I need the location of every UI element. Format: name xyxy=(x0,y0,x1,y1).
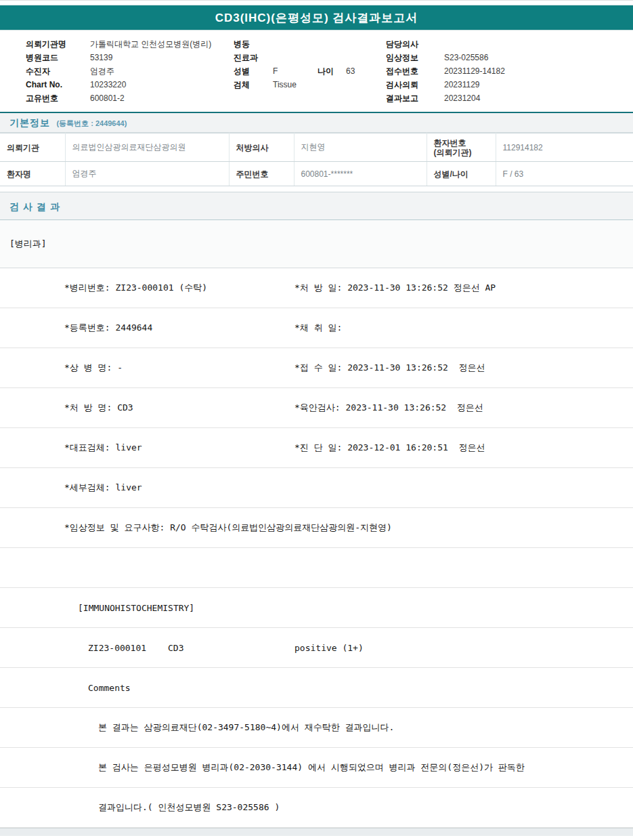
field-value-receipt-no: 20231129-14182 xyxy=(444,66,505,76)
header-column-left: 의뢰기관명가톨릭대학교 인천성모병원(병리) 병원코드53139 수진자엄경주 … xyxy=(26,37,211,105)
cell-value-patient-no: 112914182 xyxy=(496,133,633,162)
field-label-clinical-info: 임상정보 xyxy=(386,51,444,64)
result-detail-row: *병리번호: ZI23-000101 (수탁) *처 방 일: 2023-11-… xyxy=(0,268,633,308)
ihc-test-name: CD3 xyxy=(168,643,183,653)
header-column-middle: 병동 진료과 성별F나이63 검체Tissue xyxy=(234,37,355,91)
order-name: *처 방 명: CD3 xyxy=(64,402,133,414)
header-field: 접수번호20231129-14182 xyxy=(386,64,505,78)
field-value-test-requested: 20231129 xyxy=(444,80,480,89)
cell-value-sex-age: F / 63 xyxy=(496,162,633,186)
basic-info-table: 의뢰기관 의료법인삼광의료재단삼광의원 처방의사 지현영 환자번호 (의뢰기관)… xyxy=(0,133,633,186)
header-field: 의뢰기관명가톨릭대학교 인천성모병원(병리) xyxy=(26,37,211,51)
pathology-no: *병리번호: ZI23-000101 (수탁) xyxy=(64,282,207,294)
results-title: 검 사 결 과 xyxy=(9,201,60,212)
cell-value-prescribing-doctor: 지현영 xyxy=(294,133,427,162)
report-title-bar: CD3(IHC)(은평성모) 검사결과보고서 xyxy=(0,5,633,30)
cell-label-patient-name: 환자명 xyxy=(0,162,65,186)
result-detail-row: *상 병 명: - *접 수 일: 2023-11-30 13:26:52 정은… xyxy=(0,348,633,388)
diagnosis-name: *상 병 명: - xyxy=(64,362,123,374)
result-detail-row-empty xyxy=(0,548,633,588)
field-value-chart-no: 10233220 xyxy=(90,80,126,89)
field-value-unique-no: 600801-2 xyxy=(90,93,125,103)
basic-info-section-header: 기본정보 (등록번호 : 2449644) xyxy=(0,112,633,133)
header-field: 성별F나이63 xyxy=(234,64,355,78)
result-detail-row: *등록번호: 2449644 *채 취 일: xyxy=(0,308,633,348)
result-detail-row: *대표검체: liver *진 단 일: 2023-12-01 16:20:51… xyxy=(0,428,633,468)
header-field: 임상정보S23-025586 xyxy=(386,51,505,64)
field-label-test-requested: 검사의뢰 xyxy=(386,78,444,91)
bottom-strip xyxy=(0,828,633,836)
comment-row: 본 검사는 은평성모병원 병리과(02-2030-3144) 에서 시행되었으며… xyxy=(0,748,633,788)
cell-label-sex-age: 성별/나이 xyxy=(427,162,496,186)
field-value-hospital-code: 53139 xyxy=(90,53,112,62)
field-label-age: 나이 xyxy=(318,64,346,78)
sub-specimen: *세부검체: liver xyxy=(64,482,142,494)
header-field: 병동 xyxy=(234,37,355,51)
comment-row: 본 결과는 삼광의료재단(02-3497-5180~4)에서 재수탁한 결과입니… xyxy=(0,708,633,748)
comments-label: Comments xyxy=(88,683,131,693)
header-field: 담당의사 xyxy=(386,37,505,51)
table-row: 의뢰기관 의료법인삼광의료재단삼광의원 처방의사 지현영 환자번호 (의뢰기관)… xyxy=(0,133,633,162)
header-field: 수진자엄경주 xyxy=(26,64,211,78)
department-row: [병리과] xyxy=(0,220,633,268)
ihc-result-row: ZI23-000101 CD3 positive (1+) xyxy=(0,628,633,668)
header-column-right: 담당의사 임상정보S23-025586 접수번호20231129-14182 검… xyxy=(386,37,505,105)
cell-value-requesting-org: 의료법인삼광의료재단삼광의원 xyxy=(65,133,229,162)
basic-info-registration-no: (등록번호 : 2449644) xyxy=(56,119,127,127)
field-label-requesting-org: 의뢰기관명 xyxy=(26,37,90,51)
result-detail-row: *임상정보 및 요구사항: R/O 수탁검사(의료법인삼광의료재단삼광의원-지현… xyxy=(0,508,633,548)
cell-label-resident-no: 주민번호 xyxy=(229,162,294,186)
report-title: CD3(IHC)(은평성모) 검사결과보고서 xyxy=(215,12,418,24)
field-label-department: 진료과 xyxy=(234,51,273,64)
cell-value-resident-no: 600801-******* xyxy=(294,162,427,186)
cell-value-patient-name: 엄경주 xyxy=(65,162,229,186)
department-label: [병리과] xyxy=(9,238,47,250)
field-label-attending-doctor: 담당의사 xyxy=(386,37,444,51)
field-value-age: 63 xyxy=(346,66,355,76)
table-row: 환자명 엄경주 주민번호 600801-******* 성별/나이 F / 63 xyxy=(0,162,633,186)
clinical-info-request: *임상정보 및 요구사항: R/O 수탁검사(의료법인삼광의료재단삼광의원-지현… xyxy=(64,522,392,534)
field-label-receipt-no: 접수번호 xyxy=(386,64,444,78)
header-field: 결과보고20231204 xyxy=(386,91,505,105)
ihc-test-result: positive (1+) xyxy=(294,643,364,653)
comment-row: 결과입니다.( 인천성모병원 S23-025586 ) xyxy=(0,788,633,828)
registration-no: *등록번호: 2449644 xyxy=(64,322,152,334)
header-field: 검사의뢰20231129 xyxy=(386,78,505,91)
field-label-result-reported: 결과보고 xyxy=(386,91,444,105)
ihc-section-title: [IMMUNOHISTOCHEMISTRY] xyxy=(78,603,194,613)
result-detail-row: *세부검체: liver xyxy=(0,468,633,508)
header-field: 고유번호600801-2 xyxy=(26,91,211,105)
field-value-examinee: 엄경주 xyxy=(90,66,114,76)
basic-info-title: 기본정보 xyxy=(9,117,50,128)
header-field: 병원코드53139 xyxy=(26,51,211,64)
report-page: CD3(IHC)(은평성모) 검사결과보고서 의뢰기관명가톨릭대학교 인천성모병… xyxy=(0,0,633,836)
field-value-result-reported: 20231204 xyxy=(444,93,480,103)
comments-header-row: Comments xyxy=(0,668,633,708)
report-header: 의뢰기관명가톨릭대학교 인천성모병원(병리) 병원코드53139 수진자엄경주 … xyxy=(0,30,633,112)
ihc-header-row: [IMMUNOHISTOCHEMISTRY] xyxy=(0,588,633,628)
field-value-clinical-info: S23-025586 xyxy=(444,53,488,62)
field-label-specimen: 검체 xyxy=(234,78,273,91)
cell-label-patient-no: 환자번호 (의뢰기관) xyxy=(427,133,496,162)
results-section-header: 검 사 결 과 xyxy=(0,192,633,220)
field-value-sex: F xyxy=(273,64,318,78)
field-label-ward: 병동 xyxy=(234,37,273,51)
cell-label-prescribing-doctor: 처방의사 xyxy=(229,133,294,162)
gross-exam-date: *육안검사: 2023-11-30 13:26:52 정은선 xyxy=(294,402,483,414)
cell-label-requesting-org: 의뢰기관 xyxy=(0,133,65,162)
collection-date: *채 취 일: xyxy=(294,322,342,334)
header-field: 검체Tissue xyxy=(234,78,355,91)
field-value-specimen: Tissue xyxy=(273,80,297,89)
receipt-date: *접 수 일: 2023-11-30 13:26:52 정은선 xyxy=(294,362,485,374)
result-detail-row: *처 방 명: CD3 *육안검사: 2023-11-30 13:26:52 정… xyxy=(0,388,633,428)
field-label-examinee: 수진자 xyxy=(26,64,90,78)
diagnosis-date: *진 단 일: 2023-12-01 16:20:51 정은선 xyxy=(294,442,485,454)
main-specimen: *대표검체: liver xyxy=(64,442,142,454)
comment-line: 본 검사는 은평성모병원 병리과(02-2030-3144) 에서 시행되었으며… xyxy=(98,761,525,774)
field-label-sex: 성별 xyxy=(234,64,273,78)
field-label-hospital-code: 병원코드 xyxy=(26,51,90,64)
field-value-requesting-org: 가톨릭대학교 인천성모병원(병리) xyxy=(90,39,211,49)
prescription-date: *처 방 일: 2023-11-30 13:26:52 정은선 AP xyxy=(294,282,496,294)
header-field: Chart No.10233220 xyxy=(26,78,211,91)
field-label-unique-no: 고유번호 xyxy=(26,91,90,105)
